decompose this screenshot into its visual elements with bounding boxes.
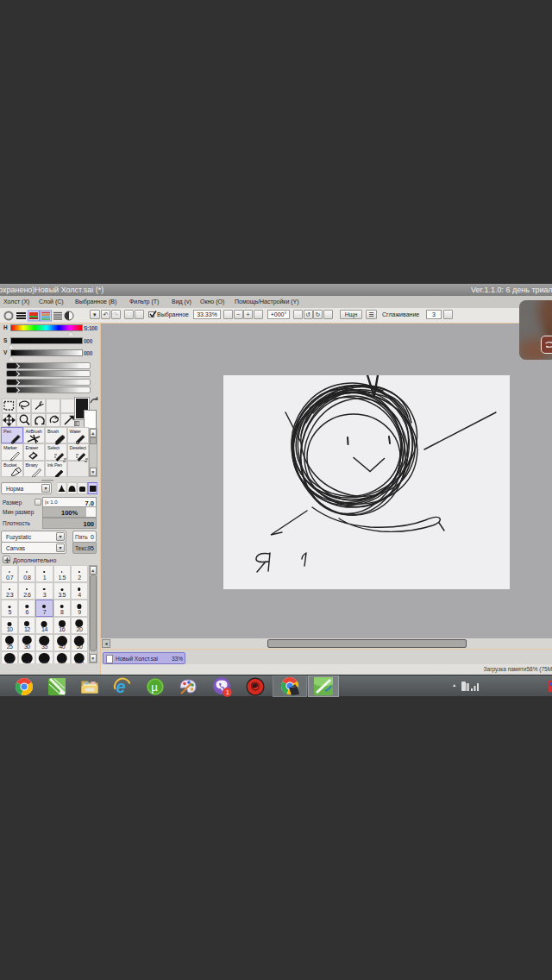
svg-text:1: 1 <box>226 688 229 696</box>
svg-text:µ: µ <box>151 681 158 694</box>
